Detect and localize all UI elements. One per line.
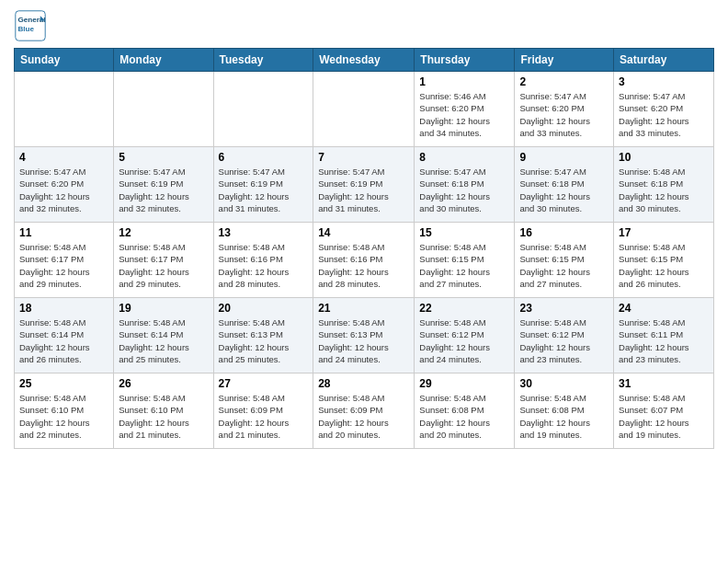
day-number: 3 [619, 75, 709, 88]
day-info: Sunrise: 5:46 AM Sunset: 6:20 PM Dayligh… [419, 90, 509, 139]
calendar-cell: 13Sunrise: 5:48 AM Sunset: 6:16 PM Dayli… [213, 223, 313, 298]
day-header-friday: Friday [515, 49, 614, 72]
day-info: Sunrise: 5:47 AM Sunset: 6:19 PM Dayligh… [318, 166, 409, 214]
calendar-cell: 21Sunrise: 5:48 AM Sunset: 6:13 PM Dayli… [313, 298, 415, 373]
day-number: 23 [519, 302, 609, 315]
day-number: 9 [519, 151, 609, 164]
day-info: Sunrise: 5:48 AM Sunset: 6:14 PM Dayligh… [19, 316, 108, 365]
header-row: SundayMondayTuesdayWednesdayThursdayFrid… [15, 49, 714, 72]
calendar-cell: 25Sunrise: 5:48 AM Sunset: 6:10 PM Dayli… [15, 373, 114, 449]
calendar-cell: 20Sunrise: 5:48 AM Sunset: 6:13 PM Dayli… [213, 298, 313, 373]
calendar-cell [213, 72, 313, 147]
day-number: 16 [519, 226, 609, 239]
day-info: Sunrise: 5:48 AM Sunset: 6:17 PM Dayligh… [119, 241, 208, 290]
calendar-cell [15, 72, 114, 147]
calendar-cell: 11Sunrise: 5:48 AM Sunset: 6:17 PM Dayli… [15, 223, 114, 298]
day-number: 8 [419, 151, 509, 164]
calendar-cell: 17Sunrise: 5:48 AM Sunset: 6:15 PM Dayli… [614, 223, 714, 298]
day-info: Sunrise: 5:48 AM Sunset: 6:12 PM Dayligh… [519, 316, 609, 365]
day-header-sunday: Sunday [15, 49, 114, 72]
logo: General Blue [14, 9, 47, 42]
day-number: 24 [619, 302, 709, 315]
day-number: 18 [19, 302, 108, 315]
day-number: 19 [119, 302, 208, 315]
day-info: Sunrise: 5:48 AM Sunset: 6:15 PM Dayligh… [519, 241, 609, 290]
day-info: Sunrise: 5:48 AM Sunset: 6:09 PM Dayligh… [219, 392, 309, 441]
day-info: Sunrise: 5:48 AM Sunset: 6:16 PM Dayligh… [219, 241, 309, 290]
day-info: Sunrise: 5:48 AM Sunset: 6:18 PM Dayligh… [619, 166, 709, 214]
calendar-cell: 7Sunrise: 5:47 AM Sunset: 6:19 PM Daylig… [313, 147, 415, 223]
day-info: Sunrise: 5:48 AM Sunset: 6:10 PM Dayligh… [19, 392, 108, 441]
week-row-4: 18Sunrise: 5:48 AM Sunset: 6:14 PM Dayli… [15, 298, 714, 373]
page-header: General Blue [14, 9, 714, 42]
calendar-cell: 1Sunrise: 5:46 AM Sunset: 6:20 PM Daylig… [415, 72, 515, 147]
day-number: 11 [19, 226, 108, 239]
day-number: 10 [619, 151, 709, 164]
day-info: Sunrise: 5:47 AM Sunset: 6:19 PM Dayligh… [119, 166, 208, 214]
calendar-cell: 24Sunrise: 5:48 AM Sunset: 6:11 PM Dayli… [614, 298, 714, 373]
day-info: Sunrise: 5:47 AM Sunset: 6:18 PM Dayligh… [519, 166, 609, 214]
calendar-cell: 30Sunrise: 5:48 AM Sunset: 6:08 PM Dayli… [515, 373, 614, 449]
day-number: 17 [619, 226, 709, 239]
day-number: 7 [318, 151, 409, 164]
calendar-cell: 14Sunrise: 5:48 AM Sunset: 6:16 PM Dayli… [313, 223, 415, 298]
week-row-3: 11Sunrise: 5:48 AM Sunset: 6:17 PM Dayli… [15, 223, 714, 298]
day-number: 26 [119, 377, 208, 390]
calendar-cell: 18Sunrise: 5:48 AM Sunset: 6:14 PM Dayli… [15, 298, 114, 373]
calendar-cell: 12Sunrise: 5:48 AM Sunset: 6:17 PM Dayli… [114, 223, 213, 298]
calendar-cell: 28Sunrise: 5:48 AM Sunset: 6:09 PM Dayli… [313, 373, 415, 449]
day-number: 25 [19, 377, 108, 390]
calendar-cell: 16Sunrise: 5:48 AM Sunset: 6:15 PM Dayli… [515, 223, 614, 298]
day-info: Sunrise: 5:47 AM Sunset: 6:20 PM Dayligh… [19, 166, 108, 214]
svg-text:Blue: Blue [18, 25, 35, 33]
day-number: 29 [419, 377, 509, 390]
calendar-cell: 15Sunrise: 5:48 AM Sunset: 6:15 PM Dayli… [415, 223, 515, 298]
day-info: Sunrise: 5:48 AM Sunset: 6:11 PM Dayligh… [619, 316, 709, 365]
day-info: Sunrise: 5:48 AM Sunset: 6:12 PM Dayligh… [419, 316, 509, 365]
day-number: 13 [219, 226, 309, 239]
day-info: Sunrise: 5:48 AM Sunset: 6:08 PM Dayligh… [419, 392, 509, 441]
day-number: 2 [519, 75, 609, 88]
day-info: Sunrise: 5:48 AM Sunset: 6:15 PM Dayligh… [419, 241, 509, 290]
day-info: Sunrise: 5:48 AM Sunset: 6:13 PM Dayligh… [219, 316, 309, 365]
day-header-tuesday: Tuesday [213, 49, 313, 72]
calendar-table: SundayMondayTuesdayWednesdayThursdayFrid… [14, 48, 714, 449]
day-number: 21 [318, 302, 409, 315]
calendar-cell: 5Sunrise: 5:47 AM Sunset: 6:19 PM Daylig… [114, 147, 213, 223]
day-info: Sunrise: 5:48 AM Sunset: 6:15 PM Dayligh… [619, 241, 709, 290]
calendar-cell: 8Sunrise: 5:47 AM Sunset: 6:18 PM Daylig… [415, 147, 515, 223]
day-info: Sunrise: 5:48 AM Sunset: 6:10 PM Dayligh… [119, 392, 208, 441]
day-header-thursday: Thursday [415, 49, 515, 72]
day-number: 27 [219, 377, 309, 390]
day-info: Sunrise: 5:48 AM Sunset: 6:13 PM Dayligh… [318, 316, 409, 365]
day-number: 1 [419, 75, 509, 88]
day-header-saturday: Saturday [614, 49, 714, 72]
week-row-5: 25Sunrise: 5:48 AM Sunset: 6:10 PM Dayli… [15, 373, 714, 449]
calendar-cell: 19Sunrise: 5:48 AM Sunset: 6:14 PM Dayli… [114, 298, 213, 373]
day-number: 4 [19, 151, 108, 164]
day-info: Sunrise: 5:47 AM Sunset: 6:20 PM Dayligh… [519, 90, 609, 139]
day-number: 5 [119, 151, 208, 164]
day-number: 14 [318, 226, 409, 239]
calendar-cell: 22Sunrise: 5:48 AM Sunset: 6:12 PM Dayli… [415, 298, 515, 373]
day-info: Sunrise: 5:48 AM Sunset: 6:16 PM Dayligh… [318, 241, 409, 290]
day-info: Sunrise: 5:47 AM Sunset: 6:18 PM Dayligh… [419, 166, 509, 214]
day-header-monday: Monday [114, 49, 213, 72]
day-number: 20 [219, 302, 309, 315]
calendar-cell: 10Sunrise: 5:48 AM Sunset: 6:18 PM Dayli… [614, 147, 714, 223]
calendar-cell: 26Sunrise: 5:48 AM Sunset: 6:10 PM Dayli… [114, 373, 213, 449]
day-info: Sunrise: 5:48 AM Sunset: 6:14 PM Dayligh… [119, 316, 208, 365]
calendar-cell: 29Sunrise: 5:48 AM Sunset: 6:08 PM Dayli… [415, 373, 515, 449]
week-row-1: 1Sunrise: 5:46 AM Sunset: 6:20 PM Daylig… [15, 72, 714, 147]
day-number: 6 [219, 151, 309, 164]
day-number: 31 [619, 377, 709, 390]
day-number: 30 [519, 377, 609, 390]
day-number: 22 [419, 302, 509, 315]
calendar-cell: 2Sunrise: 5:47 AM Sunset: 6:20 PM Daylig… [515, 72, 614, 147]
calendar-cell [114, 72, 213, 147]
calendar-cell: 6Sunrise: 5:47 AM Sunset: 6:19 PM Daylig… [213, 147, 313, 223]
calendar-cell: 31Sunrise: 5:48 AM Sunset: 6:07 PM Dayli… [614, 373, 714, 449]
day-info: Sunrise: 5:48 AM Sunset: 6:08 PM Dayligh… [519, 392, 609, 441]
day-info: Sunrise: 5:47 AM Sunset: 6:20 PM Dayligh… [619, 90, 709, 139]
day-info: Sunrise: 5:48 AM Sunset: 6:09 PM Dayligh… [318, 392, 409, 441]
